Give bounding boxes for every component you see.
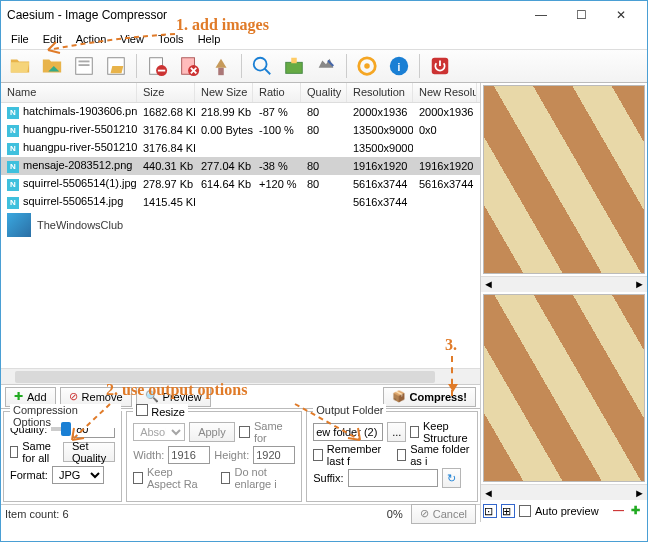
minus-icon[interactable]: — — [613, 504, 627, 518]
exit-icon[interactable] — [425, 52, 455, 80]
progress-percent: 0% — [387, 508, 403, 520]
compress-icon[interactable] — [279, 52, 309, 80]
format-select[interactable]: JPG — [52, 466, 104, 484]
file-table: Name Size New Size Ratio Quality Resolut… — [1, 83, 480, 368]
menu-edit[interactable]: Edit — [37, 31, 68, 47]
keep-structure-checkbox[interactable] — [410, 426, 419, 438]
box-icon: 📦 — [392, 390, 406, 403]
same-for-checkbox — [239, 426, 250, 438]
compressed-preview — [483, 294, 645, 483]
width-input — [168, 446, 210, 464]
annotation-arrow-3 — [451, 356, 453, 396]
table-row[interactable]: Nsquirrel-5506514(1).jpg278.97 Kb614.64 … — [1, 175, 480, 193]
save-list-icon[interactable] — [69, 52, 99, 80]
svg-rect-9 — [218, 68, 224, 75]
about-icon[interactable]: i — [384, 52, 414, 80]
height-label: Height: — [214, 449, 249, 461]
remove-icon: ⊘ — [69, 390, 78, 403]
menu-action[interactable]: Action — [70, 31, 113, 47]
table-row[interactable]: Nhuangpu-river-5501210.jpg3176.84 Kb1350… — [1, 139, 480, 157]
table-row[interactable]: Nsquirrel-5506514.jpg1415.45 Kb5616x3744 — [1, 193, 480, 211]
svg-rect-11 — [286, 62, 303, 73]
compression-options-group: Compression Options Quality: Same for al… — [3, 411, 122, 502]
maximize-button[interactable]: ☐ — [561, 5, 601, 25]
menubar: File Edit Action View Tools Help — [1, 29, 647, 49]
table-row[interactable]: Nmensaje-2083512.png440.31 Kb277.04 Kb-3… — [1, 157, 480, 175]
no-enlarge-checkbox — [221, 472, 231, 484]
keep-ratio-checkbox — [133, 472, 143, 484]
window-title: Caesium - Image Compressor — [7, 8, 521, 22]
watermark: TheWindowsClub — [7, 213, 123, 237]
plus-icon[interactable]: ✚ — [631, 504, 645, 518]
table-header: Name Size New Size Ratio Quality Resolut… — [1, 83, 480, 103]
output-folder-group: Output Folder ... Keep Structure Remembe… — [306, 411, 478, 502]
menu-help[interactable]: Help — [192, 31, 227, 47]
toolbar: i — [1, 49, 647, 83]
preview-pane: ◄► ◄► ⊡ ⊞ Auto preview — ✚ — [481, 83, 647, 522]
menu-tools[interactable]: Tools — [152, 31, 190, 47]
refresh-icon: ↻ — [447, 472, 456, 485]
remove-from-disk-icon[interactable] — [174, 52, 204, 80]
remove-item-icon[interactable] — [142, 52, 172, 80]
reset-suffix-button[interactable]: ↻ — [442, 468, 461, 488]
col-new-resolution[interactable]: New Resoluti — [413, 83, 477, 102]
svg-rect-6 — [158, 70, 165, 72]
quality-slider[interactable] — [51, 427, 69, 431]
compress-button[interactable]: 📦Compress! — [383, 387, 476, 407]
col-new-size[interactable]: New Size — [195, 83, 253, 102]
output-path-input[interactable] — [313, 423, 383, 441]
svg-point-14 — [364, 63, 370, 69]
set-quality-button[interactable]: Set Quality — [63, 442, 115, 462]
col-size[interactable]: Size — [137, 83, 195, 102]
toolbar-separator — [419, 54, 420, 78]
zoom-actual-icon[interactable]: ⊞ — [501, 504, 515, 518]
options-row: Compression Options Quality: Same for al… — [1, 408, 480, 504]
table-body: Nhatchimals-1903606.png1682.68 Kb218.99 … — [1, 103, 480, 211]
app-window: Caesium - Image Compressor — ☐ ✕ File Ed… — [0, 0, 648, 542]
zoom-fit-icon[interactable]: ⊡ — [483, 504, 497, 518]
height-input — [253, 446, 295, 464]
same-folder-checkbox[interactable] — [397, 449, 407, 461]
resize-legend: Resize — [151, 406, 185, 418]
cancel-button: ⊘Cancel — [411, 504, 476, 524]
preview-scrollbar[interactable]: ◄► — [481, 484, 647, 500]
menu-file[interactable]: File — [5, 31, 35, 47]
keep-ratio-label: Keep Aspect Ra — [147, 466, 209, 490]
open-list-icon[interactable] — [101, 52, 131, 80]
col-ratio[interactable]: Ratio — [253, 83, 301, 102]
svg-text:i: i — [398, 62, 401, 73]
browse-button[interactable]: ... — [387, 422, 406, 442]
remember-label: Remember last f — [327, 443, 389, 467]
left-pane: Name Size New Size Ratio Quality Resolut… — [1, 83, 481, 522]
horizontal-scrollbar[interactable] — [1, 368, 480, 384]
svg-point-10 — [254, 58, 267, 71]
menu-view[interactable]: View — [114, 31, 150, 47]
apply-button: Apply — [189, 422, 235, 442]
original-preview — [483, 85, 645, 274]
open-file-icon[interactable] — [5, 52, 35, 80]
clear-list-icon[interactable] — [206, 52, 236, 80]
auto-preview-checkbox[interactable] — [519, 505, 531, 517]
table-row[interactable]: Nhatchimals-1903606.png1682.68 Kb218.99 … — [1, 103, 480, 121]
table-row[interactable]: Nhuangpu-river-5501210(1).jpg3176.84 Kb0… — [1, 121, 480, 139]
same-for-all-label: Same for all — [22, 440, 59, 464]
preview-scrollbar[interactable]: ◄► — [481, 276, 647, 292]
resize-checkbox[interactable] — [136, 404, 148, 416]
svg-rect-12 — [291, 58, 297, 64]
col-name[interactable]: Name — [1, 83, 137, 102]
preferences-icon[interactable] — [352, 52, 382, 80]
magnifier-icon: 🔍 — [145, 390, 159, 403]
same-for-all-checkbox[interactable] — [10, 446, 18, 458]
suffix-input[interactable] — [348, 469, 438, 487]
close-button[interactable]: ✕ — [601, 5, 641, 25]
settings-icon[interactable] — [311, 52, 341, 80]
col-resolution[interactable]: Resolution — [347, 83, 413, 102]
remember-checkbox[interactable] — [313, 449, 323, 461]
statusbar: Item count: 6 0% ⊘Cancel — [1, 504, 480, 522]
watermark-text: TheWindowsClub — [37, 219, 123, 231]
minimize-button[interactable]: — — [521, 5, 561, 25]
same-folder-label: Same folder as i — [410, 443, 471, 467]
preview-icon[interactable] — [247, 52, 277, 80]
open-folder-icon[interactable] — [37, 52, 67, 80]
col-quality[interactable]: Quality — [301, 83, 347, 102]
